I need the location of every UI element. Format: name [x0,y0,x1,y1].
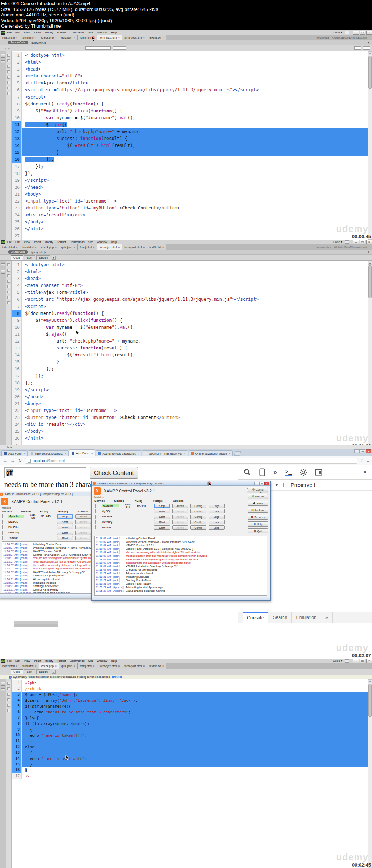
menu-item[interactable]: View [24,31,30,34]
coding-toolbar-icon[interactable] [7,263,10,266]
close-button[interactable]: × [366,240,372,244]
minimize-button[interactable]: – [353,240,359,244]
module-action-button[interactable]: Start [57,520,73,524]
service-checkbox[interactable] [2,520,3,524]
module-action-button[interactable]: Admin [75,520,91,524]
service-checkbox[interactable] [95,525,96,529]
module-action-button[interactable]: Logs [209,520,225,524]
related-file-link[interactable]: jquery.min.js [31,41,46,44]
tab-close-icon[interactable]: × [55,36,57,39]
coding-toolbar-icon[interactable] [7,280,10,283]
sync-icon[interactable] [345,240,349,244]
tab-close-icon[interactable]: × [118,665,120,667]
co​ding-toolbar-icon[interactable] [7,269,10,272]
coding-toolbar-icon[interactable] [7,704,10,707]
view-mode-button[interactable]: Design [36,255,50,260]
document-tab[interactable]: form.html× [20,663,39,669]
menu-item[interactable]: Help [111,659,117,663]
restore-button[interactable]: ▭ [360,240,365,244]
module-action-button[interactable]: Admin [75,531,91,535]
menu-item[interactable]: File [7,240,12,244]
coding-toolbar-icon[interactable] [7,92,10,95]
module-action-button[interactable]: Stop [154,504,170,508]
minimize-button[interactable]: – [353,31,359,35]
coding-toolbar-icon[interactable] [7,285,10,288]
tab-close-icon[interactable]: × [74,36,75,39]
settings-gear-icon[interactable] [300,469,307,476]
tab-close-icon[interactable]: × [143,246,145,248]
scroll-thumb[interactable] [368,265,372,298]
module-action-button[interactable]: Logs [209,515,225,519]
menu-item[interactable]: Site [88,659,93,663]
tab-close-icon[interactable]: × [184,452,186,455]
close-devtools-icon[interactable]: × [363,468,367,476]
coding-toolbar-icon[interactable] [7,81,10,84]
tab-close-icon[interactable]: × [162,246,164,248]
source-code-button[interactable]: Source Code [8,250,28,254]
tab-close-icon[interactable]: × [74,665,75,667]
drawer-tab[interactable]: Emulation [292,612,321,623]
module-action-button[interactable]: Config [190,525,206,530]
code-editor[interactable]: 1<!doctype html>2<html>3<head>4<meta cha… [12,261,368,449]
module-action-button[interactable]: Admin [172,520,188,524]
new-tab-button[interactable] [234,451,241,456]
module-action-button[interactable]: Config [190,504,206,508]
filter-icon[interactable]: ▼ [367,41,370,44]
tab-close-icon[interactable]: × [23,452,25,455]
menu-item[interactable]: Modify [45,31,53,34]
related-file-link[interactable]: jquery.min.js [31,251,46,254]
tab-close-icon[interactable]: × [16,246,17,248]
coding-toolbar-icon[interactable] [7,65,10,68]
tab-close-icon[interactable]: × [93,665,95,667]
files-panel-icon[interactable] [1,60,5,64]
tab-close-icon[interactable]: × [55,246,57,248]
coding-toolbar-icon[interactable] [7,301,10,304]
menu-item[interactable]: Window [97,240,107,244]
dock-side-icon[interactable] [315,469,322,476]
module-action-button[interactable]: Start [57,531,73,535]
site-panel-icon[interactable] [1,682,5,686]
coding-toolbar-icon[interactable] [7,76,10,79]
minimize-button[interactable]: – [254,482,259,485]
menu-item[interactable]: File [7,659,12,663]
menu-item[interactable]: View [24,240,30,244]
scrollbar[interactable]: ▲ ▼ [368,51,372,240]
document-tab[interactable]: form-ajax.html× [97,663,122,669]
overflow-icon[interactable]: » [273,468,277,476]
restore-button[interactable]: ▭ [360,449,365,453]
menu-item[interactable]: View [24,659,30,663]
view-mode-button[interactable]: Split [24,255,35,260]
browser-tab[interactable]: Ajax Form × [1,450,28,456]
close-button[interactable]: × [366,31,372,35]
menu-item[interactable]: Help [111,31,117,34]
coding-toolbar-icon[interactable] [7,87,10,89]
browser-tab[interactable]: Asynchronous JavaScript × [96,450,141,456]
service-checkbox[interactable] [2,525,3,529]
reload-icon[interactable]: ↻ [18,458,22,463]
document-tab[interactable]: form.html× [20,244,39,250]
scroll-up-icon[interactable]: ▲ [368,679,372,683]
tab-close-icon[interactable]: × [35,246,37,248]
menu-item[interactable]: Window [97,31,107,34]
workspace-switcher[interactable]: Code ▾ [333,31,342,34]
module-action-button[interactable]: Stop [57,514,73,519]
menu-item[interactable]: Modify [45,240,53,244]
restore-button[interactable]: ▭ [360,31,365,35]
document-tab[interactable]: index.html× [0,663,20,669]
tab-close-icon[interactable]: × [229,452,230,455]
browser-tab[interactable]: Ajax Form × [69,449,95,456]
menu-item[interactable]: Modify [45,659,53,663]
coding-toolbar-icon[interactable] [7,682,10,685]
close-button[interactable]: × [264,482,269,485]
scroll-up-icon[interactable]: ▲ [368,261,372,265]
toolbar-field-right[interactable] [354,46,361,50]
module-action-button[interactable]: Admin [172,504,188,508]
document-tab[interactable]: form-ajax.html× [97,35,122,40]
files-panel-icon[interactable] [1,270,5,274]
service-checkbox[interactable] [95,504,96,508]
module-action-button[interactable]: Admin [75,536,91,540]
module-action-button[interactable]: Start [57,525,73,529]
document-tab[interactable]: quiz.json× [59,244,78,250]
sync-icon[interactable] [345,31,349,34]
menu-item[interactable]: Format [57,659,66,663]
